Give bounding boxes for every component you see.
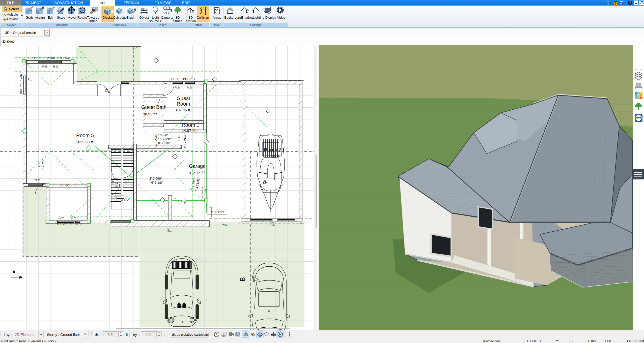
svg-text:8: 8 — [225, 224, 227, 226]
svg-text:6': 6' — [30, 79, 34, 81]
svg-text:38.93 ft²: 38.93 ft² — [143, 112, 157, 116]
svg-text:0.0: 0.0 — [146, 332, 151, 336]
svg-text:dx,dy (relative cartesian): dx,dy (relative cartesian) — [172, 333, 209, 336]
svg-text:6': 6' — [61, 216, 64, 219]
svg-text:BRH 2' 5 17/32"BRH 2' 5 17/3: BRH 2' 5 17/32"BRH 2' 5 17/32" — [29, 56, 72, 60]
svg-text:3'⁵: 3'⁵ — [42, 65, 45, 68]
svg-text:Storey :: Storey : — [47, 333, 59, 337]
svg-text:?: ? — [215, 8, 218, 12]
svg-text:6' 7 1/8": 6' 7 1/8" — [158, 141, 170, 145]
svg-text:dx =: dx = — [95, 333, 102, 337]
svg-text:8: 8 — [170, 231, 172, 232]
svg-text:Room: Room — [177, 101, 190, 107]
svg-text:?: ? — [629, 1, 631, 5]
svg-text:Ground floor: Ground floor — [60, 333, 80, 337]
svg-text:6': 6' — [74, 216, 77, 219]
svg-text:BRH 5'⁵: BRH 5'⁵ — [60, 183, 69, 186]
svg-text:14.87 ft²: 14.87 ft² — [182, 128, 195, 133]
svg-text:14'⁵: 14'⁵ — [272, 222, 275, 227]
svg-text:BRH 2' 4": BRH 2' 4" — [171, 77, 184, 81]
svg-text:1025.83 ft²: 1025.83 ft² — [76, 140, 94, 144]
svg-text:BRH 2' 4": BRH 2' 4" — [57, 222, 69, 225]
svg-text:3'⁵: 3'⁵ — [52, 65, 55, 68]
svg-text:17 Stg: 17 Stg — [204, 189, 207, 196]
svg-text:2' 7.999"⁵: 2' 7.999"⁵ — [149, 177, 163, 180]
svg-text:Guest Bath: Guest Bath — [141, 104, 166, 110]
svg-text:Guest: Guest — [177, 96, 190, 101]
svg-text:3'⁵: 3'⁵ — [174, 86, 177, 89]
svg-text:9" / 7 21/32": 9" / 7 21/32" — [183, 133, 186, 148]
svg-text:107.46 ft²: 107.46 ft² — [175, 108, 191, 112]
svg-text:4': 4' — [37, 179, 40, 181]
svg-text:Layer:: Layer: — [4, 333, 14, 337]
svg-text:N: N — [279, 333, 282, 336]
svg-text:2' 4": 2' 4" — [38, 161, 41, 167]
svg-text:5'⁵: 5'⁵ — [55, 65, 59, 68]
svg-text:BRH 2' 5 17/32": BRH 2' 5 17/32" — [19, 72, 23, 94]
svg-text:5'⁵: 5'⁵ — [45, 65, 48, 68]
svg-text:BRH 2' 4": BRH 2' 4" — [70, 222, 82, 225]
svg-text:6' 7 7/8": 6' 7 7/8" — [41, 159, 45, 170]
svg-text:5/8" / 9 5/16": 5/8" / 9 5/16" — [201, 185, 204, 198]
svg-text:6' 7 1/8": 6' 7 1/8" — [115, 176, 119, 187]
svg-text:2' 1"⁵: 2' 1"⁵ — [111, 178, 115, 185]
svg-text:5'⁵: 5'⁵ — [189, 86, 192, 89]
svg-text:B: B — [239, 277, 246, 281]
svg-text:ft: ft — [163, 333, 165, 337]
svg-text:dy =: dy = — [133, 333, 140, 337]
svg-text:BRH 2' 4": BRH 2' 4" — [183, 77, 196, 81]
svg-text:3'⁵: 3'⁵ — [186, 86, 189, 89]
svg-text:2D-Elements: 2D-Elements — [15, 333, 35, 337]
svg-text:Room 1: Room 1 — [182, 122, 199, 128]
svg-text:5'⁵: 5'⁵ — [177, 86, 180, 89]
svg-text:2': 2' — [34, 179, 37, 181]
svg-text:3'⁵: 3'⁵ — [71, 216, 74, 219]
svg-text:BRH 3' 6": BRH 3' 6" — [115, 198, 127, 201]
svg-text:6' 7 1/8": 6' 7 1/8" — [151, 181, 163, 184]
svg-text:Garage: Garage — [189, 163, 206, 169]
svg-text:Room 5: Room 5 — [76, 133, 94, 138]
svg-text:Room 29: Room 29 — [264, 147, 284, 152]
svg-text:3' 10 3/8: 3' 10 3/8 — [154, 135, 157, 146]
svg-text:812.17 ft²: 812.17 ft² — [189, 171, 205, 175]
svg-text:0.0: 0.0 — [108, 332, 113, 336]
svg-text:1' 0.005"⁵: 1' 0.005"⁵ — [210, 210, 225, 214]
svg-text:3'⁵: 3'⁵ — [58, 216, 61, 219]
svg-text:ft: ft — [126, 333, 128, 337]
